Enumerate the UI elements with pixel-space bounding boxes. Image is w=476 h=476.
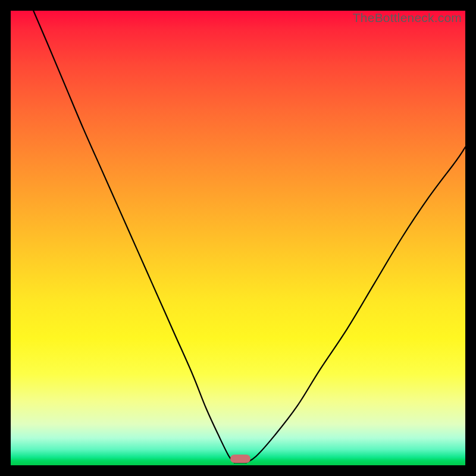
- watermark-text: TheBottleneck.com: [353, 11, 462, 25]
- plot-area: TheBottleneck.com: [11, 11, 465, 465]
- optimal-point-marker: [230, 455, 250, 463]
- chart-svg: [11, 11, 465, 465]
- bottleneck-curve-right: [246, 147, 465, 462]
- bottleneck-curve-left: [33, 11, 234, 462]
- root-frame: TheBottleneck.com: [0, 0, 476, 476]
